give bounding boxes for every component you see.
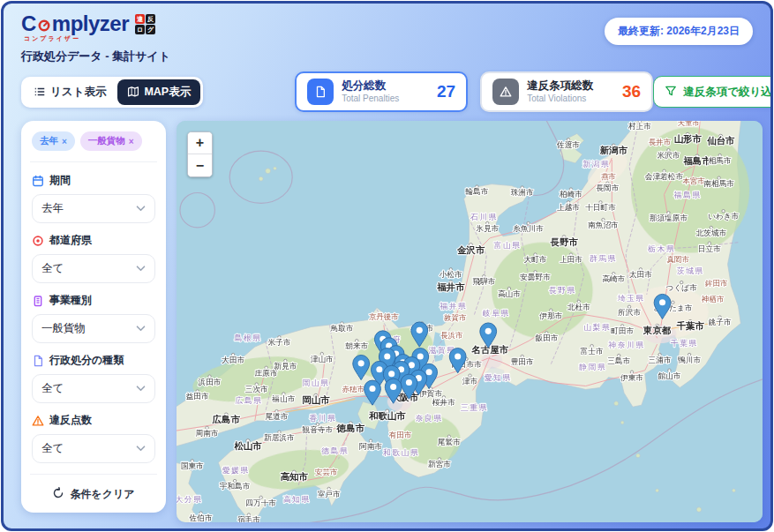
map-label: 和歌山市: [368, 410, 406, 421]
divider: [30, 161, 157, 162]
active-filter-chips: 去年×一般貨物×: [32, 131, 155, 151]
map-label: 茨城県: [677, 266, 704, 275]
map-label: 米沢市: [657, 151, 680, 160]
last-updated-badge: 最終更新: 2026年2月23日: [605, 18, 753, 45]
prefecture-select[interactable]: 全て: [32, 254, 155, 283]
map-label: 燕市: [601, 172, 616, 181]
page-title: 行政処分データ - 集計サイト: [21, 49, 170, 64]
business-type-select[interactable]: 一般貨物: [32, 314, 155, 343]
map-label: 阿南市: [359, 442, 382, 451]
map-label: 那須塩原市: [650, 214, 688, 222]
view-toggle-map[interactable]: MAP表示: [117, 79, 200, 105]
map-label: 宿毛市: [237, 515, 260, 522]
map-label: 金沢市: [456, 244, 485, 255]
logo-grid-icon: 違反ログ: [135, 14, 155, 34]
logo: Cmplyzer: [21, 11, 129, 36]
map-label: 観音寺市: [302, 425, 333, 434]
map-label: 四万十市: [245, 498, 276, 507]
document-icon: [32, 355, 44, 367]
filter-label: 違反点数: [32, 413, 155, 428]
violation-filter-button[interactable]: 違反条項で絞り込み 1: [653, 76, 773, 108]
map-canvas[interactable]: 仙台市山形市天童市村上市長井市米沢市福島市相馬市会津若松市本宮市南相馬市福島県新…: [177, 121, 763, 522]
filter-label: 都道府県: [32, 233, 155, 248]
map-label: 神栖市: [701, 295, 725, 303]
filter-group-business-type: 事業種別 一般貨物: [32, 293, 155, 343]
map-label: 高知県: [283, 495, 311, 504]
map-label: 村上市: [627, 122, 651, 131]
map-label: 館山市: [658, 371, 680, 380]
stats-row: 処分総数 Total Penalties 27 違反条項総数 Total Vio…: [295, 71, 653, 112]
map-label: 三重県: [461, 403, 488, 412]
map-label: 伊東市: [620, 373, 643, 382]
map-label: 会津若松市: [645, 172, 684, 181]
warning-icon: [32, 415, 44, 427]
view-toggle-list[interactable]: リスト表示: [24, 79, 116, 105]
map-label: 北杜市: [567, 303, 590, 311]
map-label: 町田市: [611, 326, 634, 335]
map-label: 相馬市: [709, 156, 732, 165]
map-label: 新潟市: [599, 145, 628, 155]
zoom-in-button[interactable]: +: [188, 132, 212, 154]
stat-title: 処分総数: [342, 79, 399, 94]
map-label: 南魚沼市: [588, 221, 619, 229]
app-window: Cmplyzer 違反ログ コンプライザー 行政処分データ - 集計サイト 最終…: [1, 1, 773, 531]
map-label: 鳥取市: [329, 324, 353, 333]
filter-label: 事業種別: [32, 293, 155, 308]
map-label: 山形市: [674, 133, 703, 144]
filter-chip[interactable]: 去年×: [32, 131, 75, 151]
filter-chip[interactable]: 一般貨物×: [80, 131, 142, 151]
period-select[interactable]: 去年: [32, 194, 155, 223]
map-label: 新宮市: [428, 460, 451, 468]
map-label: 益田市: [186, 392, 209, 401]
filter-groups: 期間 去年 都道府県 全て 事業種別 一般貨物 行政処分の種類 全て 違: [32, 173, 155, 463]
logo-gauge-icon: [37, 18, 51, 32]
chip-remove-icon[interactable]: ×: [62, 137, 67, 146]
map-label: 赤穂市: [342, 385, 365, 393]
map-label: 広島県: [236, 396, 263, 405]
map-label: 愛知県: [485, 373, 512, 382]
logo-grid-cell: 反: [146, 14, 155, 24]
map-label: 小松市: [440, 270, 462, 279]
zoom-out-button[interactable]: −: [188, 154, 212, 176]
map-label: 氷見市: [476, 224, 499, 233]
chevron-down-icon: [136, 446, 146, 452]
map-label: 三次市: [245, 385, 268, 393]
map-label: 新見市: [274, 362, 297, 371]
penalty-type-select[interactable]: 全て: [32, 374, 155, 403]
chip-remove-icon[interactable]: ×: [129, 137, 134, 146]
map-label: 銚子市: [709, 318, 732, 326]
map-label: 米子市: [267, 338, 290, 347]
map-label: 富士市: [581, 347, 604, 356]
map-label: 奈良県: [416, 414, 443, 423]
chevron-down-icon: [136, 206, 146, 212]
map-label: 国東市: [181, 461, 204, 470]
filter-sidebar: 去年×一般貨物× 期間 去年 都道府県 全て 事業種別 一般貨物 行政処分の種類: [21, 121, 166, 513]
map-label: 佐伯市: [189, 513, 213, 522]
divider: [30, 474, 157, 475]
map-label: 鴨川市: [678, 356, 701, 364]
chevron-down-icon: [136, 326, 146, 332]
logo-block: Cmplyzer 違反ログ コンプライザー 行政処分データ - 集計サイト: [21, 11, 170, 64]
list-icon: [34, 86, 46, 98]
chevron-down-icon: [136, 266, 146, 272]
map-label: 大田市: [222, 356, 244, 364]
map-label: 天童市: [677, 121, 700, 127]
violation-points-select[interactable]: 全て: [32, 434, 155, 463]
map-label: 長井市: [649, 138, 672, 146]
stat-card-total-violations: 違反条項総数 Total Violations 36: [480, 71, 653, 112]
map-label: 日立市: [698, 244, 721, 253]
stat-subtitle: Total Violations: [527, 94, 593, 105]
map-label: 長野県: [549, 286, 576, 295]
map-label: 長岡市: [596, 184, 619, 193]
map-label: 静岡県: [578, 363, 606, 371]
map-label: 福島市: [682, 155, 711, 166]
map-label: 三島市: [607, 356, 630, 365]
filter-label: 期間: [32, 173, 155, 188]
view-toggle: リスト表示MAP表示: [21, 77, 203, 108]
map-label: 大分県: [177, 495, 202, 504]
map-label: 福井県: [439, 302, 467, 311]
japan-map[interactable]: 仙台市山形市天童市村上市長井市米沢市福島市相馬市会津若松市本宮市南相馬市福島県新…: [177, 121, 763, 522]
map-label: 富山県: [494, 241, 522, 250]
clear-filters-button[interactable]: 条件をクリア: [32, 485, 155, 502]
map-label: 伊賀市: [419, 389, 442, 398]
